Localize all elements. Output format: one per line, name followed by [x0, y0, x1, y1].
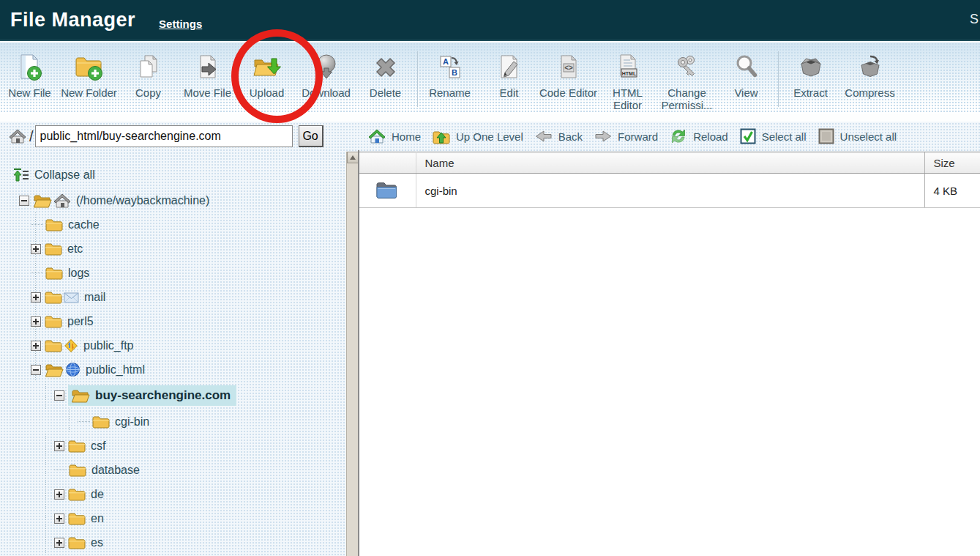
- globe-icon: [65, 362, 81, 377]
- path-input[interactable]: [35, 125, 293, 147]
- select-all-button[interactable]: Select all: [740, 128, 807, 144]
- open-folder-icon: [33, 193, 52, 208]
- forward-arrow-icon: [594, 129, 612, 144]
- tree-item-de[interactable]: de: [0, 482, 337, 506]
- settings-link[interactable]: Settings: [159, 18, 202, 30]
- table-row-cgi-bin[interactable]: cgi-bin 4 KB: [359, 174, 980, 208]
- tree-item-mail[interactable]: mail: [0, 285, 337, 309]
- delete-button[interactable]: Delete: [356, 51, 415, 99]
- collapse-expander-icon[interactable]: [19, 196, 29, 206]
- header-right-text: S: [970, 12, 979, 27]
- icon-column-header: [359, 152, 416, 174]
- up-one-level-button[interactable]: Up One Level: [433, 129, 523, 144]
- home-nav-icon: [368, 128, 386, 144]
- size-column-header[interactable]: Size: [924, 152, 980, 174]
- nav-label: Up One Level: [456, 130, 523, 143]
- folder-icon: [45, 218, 63, 231]
- edit-button[interactable]: Edit: [479, 51, 539, 99]
- folder-icon: [69, 463, 86, 477]
- expand-expander-icon[interactable]: [54, 489, 64, 500]
- folder-icon: [45, 242, 62, 256]
- name-column-header[interactable]: Name: [416, 152, 924, 174]
- tree-item-label: cache: [68, 218, 100, 231]
- page-title: File Manager: [10, 9, 135, 31]
- go-button[interactable]: Go: [299, 125, 323, 147]
- tree-item-public-ftp[interactable]: public_ftp: [0, 333, 337, 357]
- rename-button[interactable]: A B Rename: [420, 51, 479, 99]
- left-pane: / Go Collapse all: [0, 114, 347, 556]
- tree-item-etc[interactable]: etc: [0, 237, 337, 261]
- html-editor-icon: HTML: [613, 51, 643, 85]
- tree-item-home-root[interactable]: (/home/waybackmachine): [0, 188, 337, 212]
- delete-icon: [371, 51, 400, 85]
- home-nav-button[interactable]: Home: [368, 128, 421, 144]
- nav-label: Forward: [618, 130, 658, 143]
- reload-button[interactable]: Reload: [670, 128, 728, 144]
- file-list-pane: Home Up One Level: [359, 114, 980, 556]
- upload-button[interactable]: Upload: [237, 51, 296, 99]
- open-folder-icon: [45, 363, 64, 377]
- folder-icon: [45, 314, 62, 328]
- tree-item-es[interactable]: es: [0, 530, 337, 555]
- html-editor-button[interactable]: HTML HTML Editor: [598, 51, 657, 112]
- extract-button[interactable]: Extract: [781, 51, 840, 99]
- content-area: / Go Collapse all: [0, 114, 980, 556]
- nav-label: Reload: [693, 130, 728, 143]
- download-button[interactable]: Download: [296, 51, 356, 99]
- toolbar-label: Edit: [500, 86, 519, 99]
- move-file-button[interactable]: Move File: [178, 51, 237, 99]
- new-file-button[interactable]: New File: [0, 51, 59, 99]
- toolbar-label: Move File: [184, 86, 231, 99]
- toolbar-label: Rename: [429, 86, 471, 99]
- tree-item-logs[interactable]: logs: [0, 261, 337, 285]
- toolbar-label: Compress: [845, 86, 894, 99]
- toolbar-label: Download: [302, 86, 351, 99]
- tree-item-public-html[interactable]: public_html: [0, 357, 337, 382]
- expand-expander-icon[interactable]: [54, 514, 64, 524]
- tree-item-cgi-bin[interactable]: cgi-bin: [0, 409, 337, 434]
- tree-scrollbar[interactable]: [346, 152, 358, 556]
- expand-expander-icon[interactable]: [54, 538, 64, 548]
- expand-expander-icon[interactable]: [31, 292, 41, 303]
- toolbar-separator: [417, 51, 418, 107]
- expand-expander-icon[interactable]: [31, 244, 41, 254]
- forward-button[interactable]: Forward: [594, 129, 658, 144]
- tree-item-buy-searchengine[interactable]: buy-searchengine.com: [0, 382, 337, 409]
- code-editor-button[interactable]: <> Code Editor: [539, 51, 598, 99]
- copy-button[interactable]: Copy: [119, 51, 178, 99]
- back-arrow-icon: [535, 129, 553, 144]
- toolbar-label: HTML Editor: [599, 86, 657, 112]
- toolbar-label: Upload: [250, 86, 285, 99]
- triangle-up-icon: [350, 155, 356, 160]
- expand-expander-icon[interactable]: [31, 341, 41, 351]
- open-folder-icon: [71, 388, 90, 403]
- collapse-expander-icon[interactable]: [31, 365, 41, 375]
- new-folder-button[interactable]: New Folder: [59, 51, 119, 99]
- expand-expander-icon[interactable]: [54, 441, 64, 451]
- collapse-all-button[interactable]: Collapse all: [13, 162, 337, 188]
- tree-item-en[interactable]: en: [0, 506, 337, 530]
- back-button[interactable]: Back: [535, 129, 583, 144]
- collapse-expander-icon[interactable]: [54, 390, 64, 401]
- tree-item-csf[interactable]: csf: [0, 434, 337, 458]
- path-root-slash: /: [29, 128, 34, 145]
- file-name-cell: cgi-bin: [416, 174, 924, 208]
- directory-tree: Collapse all: [0, 162, 337, 556]
- home-icon: [53, 193, 71, 209]
- tree-item-cache[interactable]: cache: [0, 212, 337, 237]
- tree-item-database[interactable]: database: [0, 458, 337, 482]
- selected-tree-item: buy-searchengine.com: [68, 385, 236, 406]
- tree-item-perl5[interactable]: perl5: [0, 309, 337, 333]
- tree-item-label: mail: [84, 291, 105, 304]
- change-permissions-button[interactable]: Change Permissi...: [657, 51, 717, 112]
- svg-text:B: B: [452, 68, 457, 77]
- new-folder-icon: [74, 51, 105, 85]
- folder-icon: [68, 439, 86, 453]
- unselect-all-button[interactable]: Unselect all: [818, 128, 897, 144]
- tree-item-label: de: [91, 488, 104, 501]
- scroll-up-button[interactable]: [347, 152, 359, 163]
- view-button[interactable]: View: [717, 51, 776, 99]
- compress-button[interactable]: Compress: [840, 51, 899, 99]
- expand-expander-icon[interactable]: [31, 316, 41, 327]
- download-icon: [312, 51, 341, 85]
